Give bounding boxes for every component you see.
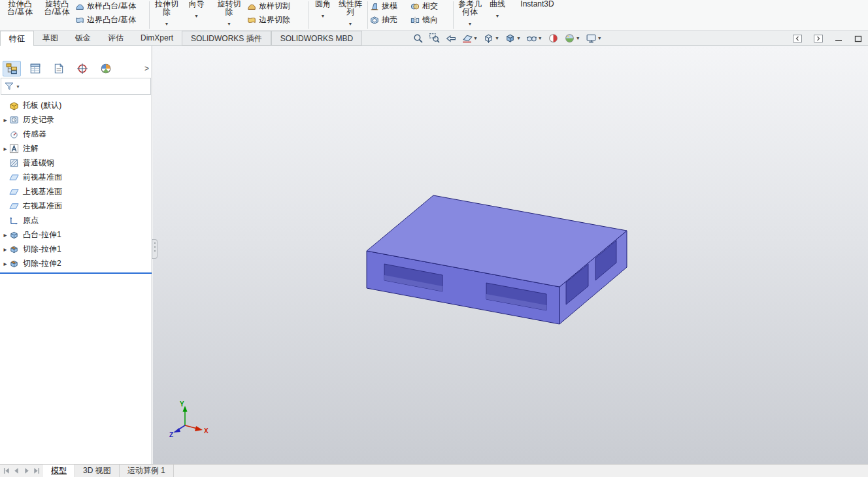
graphics-viewport[interactable]: Y X Z (153, 46, 868, 464)
tree-row-origin[interactable]: 原点 (0, 213, 152, 227)
svg-text:X: X (204, 427, 209, 435)
mirror-button[interactable]: 镜向 (410, 15, 451, 25)
apply-scene-button[interactable]: ▼ (563, 32, 581, 45)
view-settings-button[interactable]: ▼ (585, 32, 603, 45)
lofted-boss-button[interactable]: 放样凸台/基体 (75, 1, 147, 11)
fillet-button[interactable]: 圆角 ▼ (310, 0, 335, 30)
tab-model[interactable]: 模型 (43, 465, 75, 477)
display-manager-tab[interactable] (97, 61, 115, 76)
tree-row-right-plane[interactable]: 右视基准面 (0, 199, 152, 213)
sensors-icon (9, 129, 20, 139)
minimize-icon[interactable] (834, 34, 843, 43)
section-view-button[interactable]: ▼ (461, 32, 478, 45)
tree-row-top-plane[interactable]: 上视基准面 (0, 184, 152, 199)
tab-evaluate[interactable]: 评估 (99, 31, 132, 46)
intersect-button[interactable]: 相交 (410, 1, 451, 11)
revolved-cut-button[interactable]: 旋转切 除 ▼ (211, 0, 247, 30)
dropdown-arrow-icon[interactable]: ▼ (227, 22, 231, 26)
restore-icon[interactable] (854, 34, 863, 43)
next-pane-icon[interactable] (813, 33, 824, 44)
dropdown-arrow-icon[interactable]: ▼ (468, 22, 473, 26)
feature-manager-tree-tab[interactable] (3, 61, 21, 76)
dropdown-arrow-icon[interactable]: ▼ (597, 36, 602, 41)
dropdown-arrow-icon[interactable]: ▼ (495, 14, 500, 18)
cut-extrude-icon (9, 259, 20, 269)
reference-geometry-button[interactable]: 参考几 何体 ▼ (456, 0, 484, 30)
tab-solidworks-mbd[interactable]: SOLIDWORKS MBD (271, 31, 362, 46)
tab-motion-study-1[interactable]: 运动算例 1 (120, 465, 174, 477)
tree-row-annotations[interactable]: ▸ 注解 (0, 141, 152, 156)
hole-wizard-button[interactable]: 向导 ▼ (182, 0, 211, 30)
tab-solidworks-addins[interactable]: SOLIDWORKS 插件 (182, 31, 271, 46)
dropdown-arrow-icon[interactable]: ▼ (321, 14, 326, 18)
dropdown-arrow-icon[interactable]: ▼ (194, 14, 199, 18)
pallet-model[interactable] (367, 195, 627, 324)
triad-z-axis: Z (169, 425, 185, 438)
next-tab-icon[interactable] (22, 467, 31, 475)
dropdown-arrow-icon[interactable]: ▼ (348, 22, 353, 26)
zoom-to-fit-button[interactable] (412, 32, 424, 45)
tree-row-front-plane[interactable]: 前视基准面 (0, 170, 152, 184)
dropdown-arrow-icon[interactable]: ▼ (165, 22, 169, 26)
tree-row-cut-extrude1[interactable]: ▸ 切除-拉伸1 (0, 242, 152, 256)
expand-arrow-icon[interactable]: ▸ (1, 260, 9, 267)
tree-row-history[interactable]: ▸ 历史记录 (0, 112, 152, 127)
dropdown-arrow-icon[interactable]: ▼ (516, 36, 521, 41)
tree-filter-input[interactable] (22, 80, 148, 93)
lofted-cut-button[interactable]: 放样切割 (247, 1, 306, 11)
button-label: 边界切除 (259, 14, 290, 25)
curves-button[interactable]: 曲线 ▼ (484, 0, 510, 30)
instant3d-button[interactable]: Instant3D (514, 0, 560, 30)
draft-button[interactable]: 拔模 (370, 1, 410, 11)
tree-row-material[interactable]: 普通碳钢 (0, 156, 152, 170)
tab-dimxpert[interactable]: DimXpert (132, 31, 182, 46)
button-label: 曲线 (490, 0, 505, 8)
first-tab-icon[interactable] (3, 467, 11, 475)
panel-flyout-arrow-icon[interactable]: > (144, 64, 149, 73)
extruded-boss-button[interactable]: 拉伸凸 台/基体 (1, 0, 39, 30)
shell-button[interactable]: 抽壳 (370, 15, 410, 25)
linear-pattern-button[interactable]: 线性阵 列 ▼ (335, 0, 365, 30)
tree-row-sensors[interactable]: 传感器 (0, 127, 152, 141)
tree-filter-bar: ▼ (1, 78, 151, 95)
revolved-boss-button[interactable]: 旋转凸 台/基体 (39, 0, 75, 30)
zoom-to-area-button[interactable] (428, 32, 441, 45)
previous-pane-icon[interactable] (792, 33, 803, 44)
hide-show-items-button[interactable]: ▼ (526, 32, 543, 45)
property-manager-tab[interactable] (26, 61, 44, 76)
tree-row-boss-extrude1[interactable]: ▸ 凸台-拉伸1 (0, 227, 152, 242)
tree-row-cut-extrude2[interactable]: ▸ 切除-拉伸2 (0, 256, 152, 271)
dropdown-arrow-icon[interactable]: ▼ (473, 36, 478, 41)
panel-splitter-handle[interactable] (152, 239, 158, 259)
last-tab-icon[interactable] (32, 467, 41, 475)
document-tab-bar: 模型 3D 视图 运动算例 1 (0, 464, 868, 477)
dropdown-arrow-icon[interactable]: ▼ (538, 36, 542, 41)
previous-tab-icon[interactable] (12, 467, 21, 475)
expand-arrow-icon[interactable]: ▸ (1, 145, 9, 152)
plane-icon (9, 173, 20, 182)
tree-root-row[interactable]: 托板 (默认) (0, 98, 152, 112)
tab-3d-views[interactable]: 3D 视图 (75, 465, 120, 477)
extruded-cut-button[interactable]: 拉伸切 除 ▼ (152, 0, 182, 30)
dropdown-arrow-icon[interactable]: ▼ (495, 36, 499, 41)
rollback-bar[interactable] (0, 272, 152, 274)
tab-features[interactable]: 特征 (0, 31, 34, 46)
button-label: 何体 (462, 8, 478, 16)
expand-arrow-icon[interactable]: ▸ (1, 246, 9, 253)
expand-arrow-icon[interactable]: ▸ (1, 116, 9, 123)
boundary-cut-button[interactable]: 边界切除 (247, 15, 306, 25)
tab-sheet-metal[interactable]: 钣金 (67, 31, 99, 46)
filter-funnel-icon[interactable] (4, 81, 14, 91)
view-orientation-button[interactable]: ▼ (482, 32, 500, 45)
dimxpert-manager-tab[interactable] (73, 61, 92, 76)
expand-arrow-icon[interactable]: ▸ (1, 231, 9, 238)
previous-view-button[interactable] (444, 32, 457, 45)
button-label: 镜向 (422, 14, 438, 25)
configuration-manager-tab[interactable] (50, 61, 68, 76)
edit-appearance-button[interactable] (547, 32, 559, 45)
dropdown-arrow-icon[interactable]: ▼ (576, 36, 580, 41)
boundary-boss-button[interactable]: 边界凸台/基体 (75, 15, 147, 25)
dropdown-arrow-icon[interactable]: ▼ (16, 84, 20, 89)
tab-sketch[interactable]: 草图 (34, 31, 67, 46)
display-style-button[interactable]: ▼ (504, 32, 522, 45)
